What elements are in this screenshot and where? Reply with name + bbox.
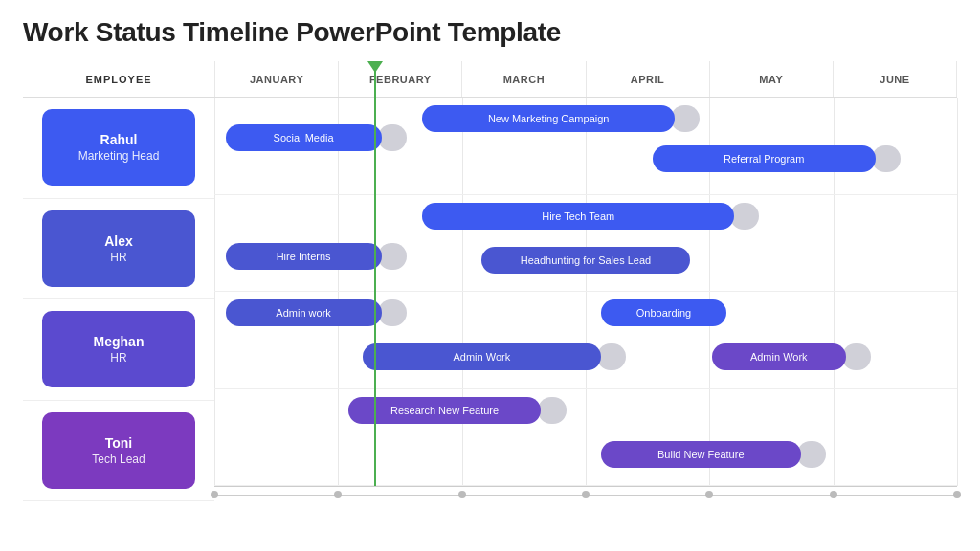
month-jun: JUNE: [834, 61, 957, 97]
dot-5: [830, 491, 837, 498]
grid-rows: Social Media New Marketing Campaign Refe…: [214, 98, 957, 486]
dot-3: [582, 491, 590, 498]
bar-onboarding: Onboarding: [601, 299, 727, 326]
dot-6: [953, 491, 961, 498]
employee-row-meghan: Meghan HR: [23, 299, 214, 401]
time-indicator: [374, 61, 376, 486]
bar-admin-work-meghan-3: Admin Work: [712, 343, 846, 370]
employee-row-toni: Toni Tech Lead: [23, 401, 214, 502]
stub-new-marketing: [671, 105, 700, 132]
employee-column: EMPLOYEE Rahul Marketing Head Alex HR Me…: [23, 61, 214, 501]
month-headers: JANUARY FEBRUARY MARCH APRIL MAY JUNE: [214, 61, 957, 98]
bar-social-media: Social Media: [226, 124, 382, 151]
stub-referral-program: [872, 145, 901, 172]
employee-row-rahul: Rahul Marketing Head: [23, 98, 214, 199]
bar-hire-tech-team: Hire Tech Team: [422, 203, 734, 230]
stub-admin-work-m1: [378, 299, 407, 326]
gantt-container: EMPLOYEE Rahul Marketing Head Alex HR Me…: [23, 61, 957, 501]
dot-4: [705, 491, 713, 498]
employee-card-meghan: Meghan HR: [42, 311, 195, 387]
bar-admin-work-meghan-1: Admin work: [226, 299, 382, 326]
grid-row-toni: Research New Feature Build New Feature: [214, 389, 957, 487]
employee-role-rahul: Marketing Head: [78, 149, 160, 163]
stub-admin-work-m2: [597, 343, 626, 370]
employee-row-alex: Alex HR: [23, 199, 214, 300]
page-title: Work Status Timeline PowerPoint Template: [23, 17, 957, 48]
grid-row-rahul: Social Media New Marketing Campaign Refe…: [214, 98, 957, 195]
stub-hire-interns: [378, 243, 407, 270]
dot-1: [334, 491, 342, 498]
dot-2: [458, 491, 466, 498]
employee-card-alex: Alex HR: [42, 210, 195, 287]
employee-card-toni: Toni Tech Lead: [42, 412, 195, 489]
month-feb: FEBRUARY: [339, 61, 462, 97]
timeline-dots: [214, 486, 957, 501]
grid-row-meghan: Admin work Admin Work Onboarding Admin W: [214, 292, 957, 389]
employee-role-toni: Tech Lead: [92, 452, 145, 466]
employee-name-toni: Toni: [105, 435, 133, 451]
month-may: MAY: [710, 61, 834, 97]
stub-research-new-feature: [538, 397, 567, 424]
page: Work Status Timeline PowerPoint Template…: [0, 0, 980, 551]
bar-research-new-feature: Research New Feature: [348, 397, 542, 424]
bar-referral-program: Referral Program: [653, 145, 876, 172]
month-apr: APRIL: [587, 61, 710, 97]
month-mar: MARCH: [462, 61, 586, 97]
employee-name-alex: Alex: [104, 233, 133, 249]
employee-role-alex: HR: [110, 251, 126, 264]
chart-area: JANUARY FEBRUARY MARCH APRIL MAY JUNE: [214, 61, 957, 501]
month-jan: JANUARY: [214, 61, 339, 97]
stub-build-new-feature: [797, 441, 826, 468]
bar-new-marketing: New Marketing Campaign: [422, 105, 675, 132]
stub-admin-work-m3: [842, 343, 871, 370]
dot-0: [211, 491, 218, 498]
employee-name-rahul: Rahul: [100, 132, 138, 147]
stub-hire-tech-team: [730, 203, 759, 230]
stub-social-media: [378, 124, 407, 151]
vline-6: [957, 98, 958, 486]
employee-name-meghan: Meghan: [94, 334, 145, 349]
bar-hire-interns: Hire Interns: [226, 243, 382, 270]
grid-row-alex: Hire Interns Hire Tech Team Headhunting …: [214, 195, 957, 293]
bar-headhunting: Headhunting for Sales Lead: [481, 247, 689, 274]
bar-admin-work-meghan-2: Admin Work: [363, 343, 600, 370]
employee-role-meghan: HR: [110, 351, 126, 364]
bar-build-new-feature: Build New Feature: [601, 441, 802, 468]
employee-header: EMPLOYEE: [23, 61, 214, 98]
employee-card-rahul: Rahul Marketing Head: [42, 109, 195, 186]
